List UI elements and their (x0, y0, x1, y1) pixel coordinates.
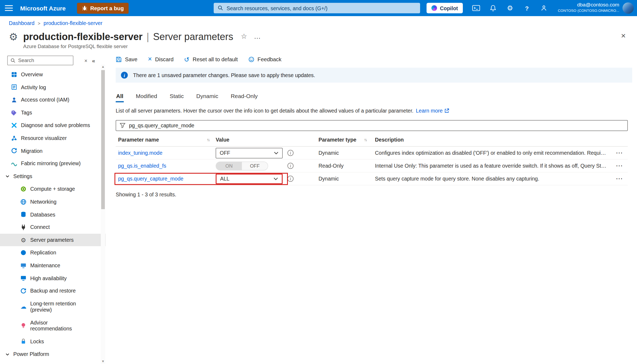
global-search-input[interactable] (214, 3, 420, 13)
sidebar-item-activity-log[interactable]: Activity log (0, 81, 106, 93)
filter-tabs: All Modified Static Dynamic Read-Only (116, 93, 637, 102)
account-info[interactable]: dba@contoso.com CONTOSO (CONTOSO.ONMICRO… (558, 2, 619, 13)
chevron-down-icon (274, 151, 279, 154)
page-title: production-flexible-server | Server para… (23, 31, 261, 42)
info-icon: i (121, 72, 128, 79)
sidebar-item-backup-restore[interactable]: Backup and restore (0, 284, 106, 297)
copilot-icon (431, 5, 437, 11)
top-bar-icons: ⚙ ? (472, 0, 548, 16)
close-blade-icon[interactable]: × (621, 32, 626, 39)
feedback-person-icon[interactable] (539, 5, 548, 11)
row-actions-icon[interactable]: ··· (612, 163, 628, 169)
sidebar-collapse-icon[interactable]: « (92, 57, 95, 64)
header-parameter-type[interactable]: Parameter type ↑↓ (317, 137, 373, 143)
activity-log-icon (11, 84, 17, 91)
param-description: Sets query capture mode for query store.… (373, 176, 612, 182)
main-panel: Save × Discard ↺ Reset all to default Fe… (106, 52, 637, 364)
sidebar-item-long-term-retention[interactable]: ☁Long-term retention (preview) (0, 297, 106, 316)
header-parameter-name[interactable]: Parameter name ↑↓ (116, 137, 216, 143)
sidebar-item-server-parameters[interactable]: ⚙Server parameters (0, 234, 106, 246)
help-icon[interactable]: ? (523, 5, 531, 12)
sidebar-item-migration[interactable]: Migration (0, 145, 106, 157)
param-info-icon[interactable]: i (288, 163, 294, 169)
sidebar-item-high-availability[interactable]: High availability (0, 272, 106, 284)
avatar[interactable] (622, 2, 634, 14)
discard-button[interactable]: × Discard (148, 56, 174, 62)
sidebar-item-databases[interactable]: Databases (0, 208, 106, 221)
sidebar-item-compute-storage[interactable]: Compute + storage (0, 183, 106, 195)
sort-icon[interactable]: ↑↓ (364, 138, 367, 142)
parameter-filter (116, 120, 628, 131)
sidebar-item-networking[interactable]: Networking (0, 195, 106, 208)
scroll-up-icon[interactable]: ▲ (101, 64, 105, 69)
sidebar-item-locks[interactable]: Locks (0, 335, 106, 348)
sort-icon[interactable]: ↑↓ (207, 138, 209, 142)
copilot-button[interactable]: Copilot (427, 3, 463, 13)
sidebar-item-access-control-iam[interactable]: Access control (IAM) (0, 93, 106, 106)
param-info-icon[interactable]: i (288, 150, 294, 156)
feedback-smiley-icon (248, 56, 255, 62)
sidebar-search (7, 56, 73, 65)
learn-more-link[interactable]: Learn more (416, 108, 449, 114)
sidebar-search-input[interactable] (8, 56, 73, 65)
sidebar-item-advisor-recommendations[interactable]: Advisor recommendations (0, 316, 106, 335)
favorite-star-icon[interactable]: ☆ (241, 31, 247, 42)
replication-icon (20, 250, 27, 256)
param-type: Read-Only (317, 163, 373, 169)
save-icon (116, 56, 122, 62)
sidebar-item-resource-visualizer[interactable]: Resource visualizer (0, 132, 106, 144)
param-type: Dynamic (317, 150, 373, 156)
backup-restore-icon (20, 288, 27, 294)
notifications-bell-icon[interactable] (489, 5, 498, 12)
value-dropdown-index-tuning-mode[interactable]: OFF (216, 148, 283, 158)
settings-gear-icon[interactable]: ⚙ (506, 5, 514, 12)
sidebar-item-diagnose-solve-problems[interactable]: Diagnose and solve problems (0, 119, 106, 132)
sidebar-item-tags[interactable]: Tags (0, 106, 106, 119)
value-dropdown-pg-qs-query-capture-mode[interactable]: ALL (216, 174, 283, 184)
breadcrumb-dashboard[interactable]: Dashboard (9, 20, 34, 26)
top-bar: Microsoft Azure Report a bug Copilot ⚙ (0, 0, 637, 16)
hamburger-menu-icon[interactable] (5, 5, 13, 11)
sidebar-nav: OverviewActivity logAccess control (IAM)… (0, 68, 106, 361)
sidebar-search-clear-icon[interactable]: × (83, 57, 89, 64)
reset-all-to-default-button[interactable]: ↺ Reset all to default (184, 56, 238, 62)
sidebar-item-replication[interactable]: Replication (0, 246, 106, 259)
scroll-down-icon[interactable]: ▼ (101, 359, 105, 364)
save-button[interactable]: Save (116, 56, 138, 62)
scrollbar-thumb[interactable] (101, 70, 105, 209)
sidebar-item-connect[interactable]: Connect (0, 221, 106, 233)
command-bar: Save × Discard ↺ Reset all to default Fe… (116, 52, 637, 66)
sidebar-item-overview[interactable]: Overview (0, 68, 106, 81)
parameters-table: Parameter name ↑↓ Value Parameter type ↑… (116, 133, 628, 185)
breadcrumb-server[interactable]: production-flexible-server (44, 20, 102, 26)
more-options-icon[interactable]: … (254, 34, 261, 38)
title-block: production-flexible-server | Server para… (23, 31, 261, 49)
tab-static[interactable]: Static (169, 93, 184, 102)
azure-brand[interactable]: Microsoft Azure (20, 5, 66, 12)
row-actions-icon[interactable]: ··· (612, 150, 628, 156)
sidebar-item-fabric-mirroring[interactable]: Fabric mirroring (preview) (0, 157, 106, 170)
tab-read-only[interactable]: Read-Only (230, 93, 258, 102)
reset-icon: ↺ (184, 56, 189, 62)
tab-dynamic[interactable]: Dynamic (196, 93, 219, 102)
sidebar-group-power-platform[interactable]: Power Platform (0, 348, 106, 361)
tab-all[interactable]: All (116, 93, 124, 102)
account-tenant: CONTOSO (CONTOSO.ONMICRO... (558, 8, 619, 13)
sidebar-group-settings[interactable]: Settings (0, 170, 106, 183)
report-a-bug-button[interactable]: Report a bug (77, 3, 128, 14)
sidebar-item-maintenance[interactable]: Maintenance (0, 259, 106, 272)
compute-storage-icon (20, 186, 27, 192)
param-link-pg-qs-query-capture-mode[interactable]: pg_qs.query_capture_mode (118, 176, 184, 182)
param-info-icon[interactable]: i (288, 176, 294, 182)
sidebar-scrollbar[interactable]: ▲ ▼ (101, 64, 105, 364)
feedback-button[interactable]: Feedback (248, 56, 281, 62)
cloud-shell-icon[interactable] (472, 5, 481, 11)
param-link-index-tuning-mode[interactable]: index_tuning.mode (118, 150, 163, 156)
value-toggle-pg-qs-is-enabled-fs[interactable]: ON OFF (216, 161, 268, 170)
param-link-pg-qs-is-enabled-fs[interactable]: pg_qs.is_enabled_fs (118, 163, 166, 169)
parameter-filter-input[interactable] (129, 122, 624, 129)
row-actions-icon[interactable]: ··· (612, 176, 628, 182)
tab-modified[interactable]: Modified (135, 93, 158, 102)
header-value: Value (216, 137, 285, 143)
funnel-icon (120, 123, 126, 128)
